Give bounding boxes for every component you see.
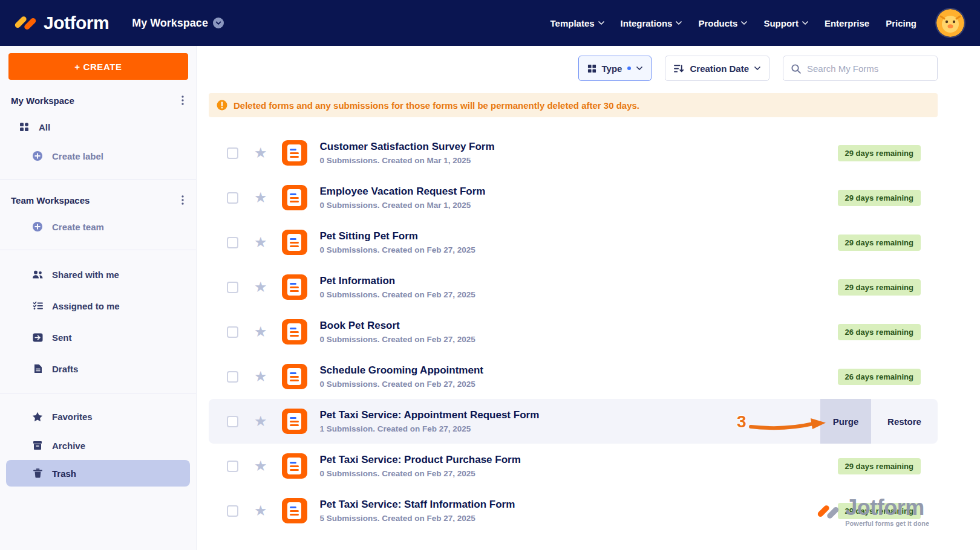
form-title[interactable]: Schedule Grooming Appointment (320, 364, 838, 377)
sidebar-item-create-team[interactable]: Create team (0, 212, 196, 241)
nav-item-label: Support (763, 18, 799, 28)
row-text: Customer Satisfaction Survey Form 0 Subm… (320, 141, 838, 165)
sidebar-item-all[interactable]: All (0, 112, 196, 141)
archive-icon (31, 441, 44, 450)
kebab-menu-icon[interactable] (179, 93, 186, 108)
row-checkbox[interactable] (227, 505, 238, 517)
sidebar-item-label: Assigned to me (52, 301, 120, 311)
jotform-logo-icon[interactable] (13, 11, 38, 35)
main-content: Type Creation Date De (197, 46, 980, 550)
form-row[interactable]: ★ Pet Information 0 Submissions. Created… (209, 265, 938, 309)
form-row[interactable]: ★ Schedule Grooming Appointment 0 Submis… (209, 354, 938, 399)
form-meta: 1 Submission. Created on Feb 27, 2025 (320, 424, 820, 433)
form-icon (282, 319, 307, 345)
sidebar-item-label: Favorites (52, 412, 93, 422)
form-title[interactable]: Pet Taxi Service: Product Purchase Form (320, 454, 838, 466)
favorite-star-icon[interactable]: ★ (254, 325, 267, 339)
search-input[interactable] (807, 63, 930, 74)
nav-item-integrations[interactable]: Integrations (621, 18, 682, 28)
sidebar-item-assigned-to-me[interactable]: Assigned to me (0, 290, 196, 322)
nav-item-products[interactable]: Products (698, 18, 747, 28)
form-meta: 0 Submissions. Created on Feb 27, 2025 (320, 335, 838, 344)
row-checkbox[interactable] (227, 282, 238, 293)
row-checkbox[interactable] (227, 326, 238, 338)
sort-button[interactable]: Creation Date (665, 56, 769, 81)
form-title[interactable]: Employee Vacation Request Form (320, 186, 838, 198)
layout-grid-icon (587, 64, 596, 73)
form-row[interactable]: ★ Pet Sitting Pet Form 0 Submissions. Cr… (209, 220, 938, 265)
sidebar-item-sent[interactable]: Sent (0, 322, 196, 353)
nav-item-templates[interactable]: Templates (550, 18, 604, 28)
chevron-down-icon (802, 21, 808, 25)
form-row[interactable]: ★ Pet Taxi Service: Appointment Request … (209, 399, 938, 444)
row-right: 26 days remaining (838, 309, 938, 354)
people-icon (31, 270, 44, 279)
plus-circle-icon (31, 221, 44, 232)
favorite-star-icon[interactable]: ★ (254, 190, 267, 205)
user-avatar[interactable] (936, 9, 964, 37)
sidebar: + CREATE My Workspace All Create label T… (0, 46, 197, 550)
workspace-switcher[interactable]: My Workspace (132, 17, 224, 30)
form-title[interactable]: Pet Information (320, 275, 838, 287)
form-meta: 0 Submissions. Created on Feb 27, 2025 (320, 245, 838, 254)
sidebar-item-create-label[interactable]: Create label (0, 141, 196, 170)
sidebar-item-archive[interactable]: Archive (0, 431, 196, 460)
form-title[interactable]: Customer Satisfaction Survey Form (320, 141, 838, 153)
row-right: 26 days remaining (838, 354, 938, 399)
row-text: Pet Sitting Pet Form 0 Submissions. Crea… (320, 230, 838, 254)
favorite-star-icon[interactable]: ★ (254, 369, 267, 384)
row-checkbox[interactable] (227, 237, 238, 248)
days-remaining-badge: 29 days remaining (838, 458, 921, 474)
form-title[interactable]: Pet Taxi Service: Staff Information Form (320, 499, 838, 511)
sidebar-item-favorites[interactable]: Favorites (0, 402, 196, 431)
type-filter-button[interactable]: Type (578, 56, 652, 81)
create-button[interactable]: + CREATE (8, 53, 188, 80)
nav-item-enterprise[interactable]: Enterprise (825, 18, 869, 28)
sidebar-item-drafts[interactable]: Drafts (0, 353, 196, 384)
form-row[interactable]: ★ Pet Taxi Service: Staff Information Fo… (209, 488, 938, 533)
sidebar-item-shared-with-me[interactable]: Shared with me (0, 259, 196, 290)
row-right: 29 days remaining (838, 175, 938, 220)
chevron-down-icon (213, 18, 224, 28)
nav-item-pricing[interactable]: Pricing (886, 18, 916, 28)
sidebar-item-label: Sent (52, 332, 72, 343)
favorite-star-icon[interactable]: ★ (254, 414, 267, 429)
form-title[interactable]: Pet Sitting Pet Form (320, 230, 838, 242)
warning-text: Deleted forms and any submissions for th… (234, 100, 639, 111)
days-remaining-badge: 26 days remaining (838, 324, 921, 340)
row-checkbox[interactable] (227, 371, 238, 383)
favorite-star-icon[interactable]: ★ (254, 235, 267, 250)
favorite-star-icon[interactable]: ★ (254, 459, 267, 473)
row-checkbox[interactable] (227, 461, 238, 472)
form-row[interactable]: ★ Customer Satisfaction Survey Form 0 Su… (209, 131, 938, 175)
purge-button[interactable]: Purge (820, 399, 871, 444)
kebab-menu-icon[interactable] (179, 193, 186, 207)
toolbar: Type Creation Date (197, 46, 980, 81)
days-remaining-badge: 29 days remaining (838, 235, 921, 251)
brand-name[interactable]: Jotform (44, 13, 109, 33)
sidebar-item-trash[interactable]: Trash (6, 460, 190, 487)
row-checkbox[interactable] (227, 147, 238, 159)
page: Jotform My Workspace Templates Integrati… (0, 0, 980, 550)
form-title[interactable]: Pet Taxi Service: Appointment Request Fo… (320, 409, 820, 421)
form-meta: 5 Submissions. Created on Feb 27, 2025 (320, 514, 838, 523)
search-box (783, 56, 938, 81)
favorite-star-icon[interactable]: ★ (254, 146, 267, 160)
nav-item-support[interactable]: Support (763, 18, 808, 28)
favorite-star-icon[interactable]: ★ (254, 280, 267, 294)
form-row[interactable]: ★ Pet Taxi Service: Product Purchase For… (209, 444, 938, 488)
workspace-name: My Workspace (132, 17, 208, 30)
active-filter-dot (627, 66, 631, 70)
row-right: Purge Restore (820, 399, 938, 444)
checklist-icon (31, 301, 44, 311)
restore-button[interactable]: Restore (871, 399, 938, 444)
form-row[interactable]: ★ Book Pet Resort 0 Submissions. Created… (209, 309, 938, 354)
drafts-icon (31, 364, 44, 374)
favorite-star-icon[interactable]: ★ (254, 503, 267, 518)
row-checkbox[interactable] (227, 416, 238, 427)
row-checkbox[interactable] (227, 192, 238, 204)
form-title[interactable]: Book Pet Resort (320, 320, 838, 332)
warning-icon (217, 100, 227, 111)
form-row[interactable]: ★ Employee Vacation Request Form 0 Submi… (209, 175, 938, 220)
row-right: 29 days remaining (838, 131, 938, 175)
